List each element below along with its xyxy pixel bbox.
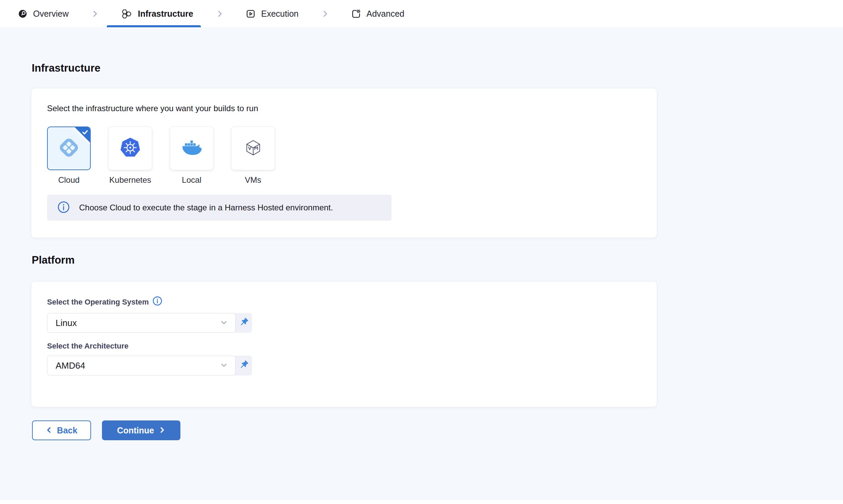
continue-button-label: Continue <box>117 426 154 435</box>
kubernetes-tile[interactable] <box>108 127 152 170</box>
local-tile[interactable] <box>170 127 213 170</box>
continue-button[interactable]: Continue <box>102 420 180 440</box>
os-select[interactable]: Linux <box>47 313 236 333</box>
chevron-down-icon <box>219 318 228 328</box>
chevron-right-icon <box>321 10 329 18</box>
back-button-label: Back <box>57 426 77 435</box>
chevron-down-icon <box>219 360 228 371</box>
arch-select-row: AMD64 <box>47 356 641 375</box>
chevron-right-icon <box>91 10 99 18</box>
tab-advanced[interactable]: Advanced <box>352 0 404 27</box>
option-label: VMs <box>245 175 261 185</box>
chevron-right-icon <box>159 426 165 435</box>
tab-label: Advanced <box>367 9 404 19</box>
chevron-right-icon <box>216 10 224 18</box>
tab-overview[interactable]: Overview <box>18 0 69 27</box>
back-button[interactable]: Back <box>32 420 91 440</box>
infrastructure-icon <box>121 9 132 19</box>
execution-icon <box>246 9 255 18</box>
tab-execution[interactable]: Execution <box>246 0 299 27</box>
infrastructure-option-local[interactable]: Local <box>170 127 213 185</box>
cloud-info-banner: Choose Cloud to execute the stage in a H… <box>47 195 391 221</box>
info-circle-icon[interactable] <box>152 296 162 308</box>
os-label-text: Select the Operating System <box>47 297 149 307</box>
infrastructure-section-title: Infrastructure <box>32 27 843 74</box>
infrastructure-card: Select the infrastructure where you want… <box>31 88 657 238</box>
option-label: Kubernetes <box>109 175 151 185</box>
checkmark-icon <box>82 130 88 136</box>
arch-select-value: AMD64 <box>56 360 85 371</box>
pushpin-icon <box>238 360 249 371</box>
option-label: Local <box>182 175 201 185</box>
os-field-label: Select the Operating System <box>47 296 641 308</box>
infrastructure-options: Cloud <box>47 127 641 185</box>
footer-actions: Back Continue <box>32 420 843 440</box>
chevron-left-icon <box>46 426 53 435</box>
docker-icon <box>181 140 202 157</box>
infrastructure-card-subtitle: Select the infrastructure where you want… <box>47 103 641 114</box>
pushpin-icon <box>238 317 249 329</box>
infrastructure-option-kubernetes[interactable]: Kubernetes <box>108 127 152 185</box>
arch-label-text: Select the Architecture <box>47 341 129 351</box>
tab-label: Execution <box>261 9 299 19</box>
os-select-row: Linux <box>47 313 641 333</box>
tab-infrastructure[interactable]: Infrastructure <box>121 0 193 27</box>
overview-icon <box>18 9 27 18</box>
option-label: Cloud <box>58 175 80 185</box>
harness-cloud-icon <box>58 136 80 160</box>
stage-configuration-page: Overview Infrastructure Execution <box>0 0 843 504</box>
info-banner-text: Choose Cloud to execute the stage in a H… <box>79 203 333 212</box>
stage-content: Infrastructure Select the infrastructure… <box>0 27 843 500</box>
arch-field-label: Select the Architecture <box>47 341 641 351</box>
vms-tile[interactable] <box>231 127 275 170</box>
stage-tabbar: Overview Infrastructure Execution <box>0 0 843 27</box>
infrastructure-option-vms[interactable]: VMs <box>231 127 275 185</box>
vm-cube-icon <box>244 138 263 159</box>
tab-label: Infrastructure <box>138 9 193 19</box>
infrastructure-option-cloud[interactable]: Cloud <box>47 127 91 185</box>
os-select-value: Linux <box>56 318 77 328</box>
tab-label: Overview <box>33 9 69 19</box>
cloud-tile[interactable] <box>47 127 91 170</box>
kubernetes-icon <box>120 138 140 159</box>
platform-card: Select the Operating System Linux <box>31 282 657 407</box>
platform-section-title: Platform <box>32 254 843 266</box>
advanced-gear-icon <box>352 9 361 18</box>
info-circle-icon <box>57 201 70 215</box>
arch-select[interactable]: AMD64 <box>47 356 236 375</box>
